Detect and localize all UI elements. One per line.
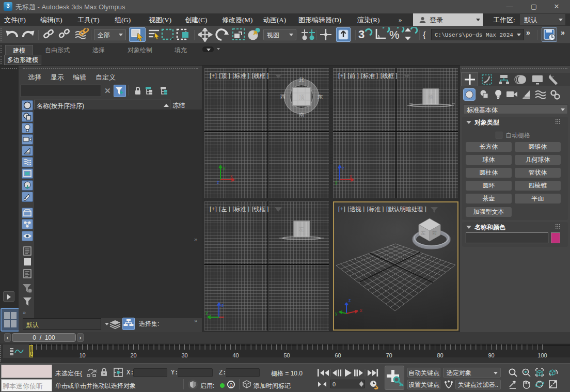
svg-text:y: y	[335, 180, 338, 185]
svg-text:z: z	[217, 180, 219, 185]
svg-text:y: y	[205, 310, 208, 315]
svg-text:60: 60	[335, 352, 341, 358]
svg-text:90: 90	[488, 352, 494, 358]
svg-text:东: 东	[318, 93, 323, 100]
svg-text:10: 10	[79, 352, 85, 358]
svg-text:100: 100	[537, 352, 547, 358]
svg-text:x: x	[350, 174, 352, 179]
svg-text:南: 南	[299, 112, 305, 118]
svg-text:z: z	[342, 165, 345, 170]
svg-text:北: 北	[298, 76, 305, 83]
svg-text:70: 70	[386, 352, 392, 358]
svg-text:前: 前	[428, 94, 433, 100]
svg-text:y: y	[223, 165, 226, 170]
svg-text:80: 80	[437, 352, 443, 358]
svg-text:x: x	[230, 174, 233, 179]
svg-text:y: y	[335, 311, 338, 316]
svg-text:20: 20	[130, 352, 136, 358]
svg-text:z: z	[221, 303, 224, 308]
svg-text:3: 3	[358, 28, 365, 41]
svg-text:%: %	[389, 28, 400, 41]
svg-text:左: 左	[299, 226, 304, 232]
svg-text:z: z	[349, 297, 351, 303]
svg-text:前: 前	[432, 230, 437, 236]
svg-text:30: 30	[181, 352, 187, 358]
svg-text:顶: 顶	[299, 94, 305, 100]
svg-text:40: 40	[232, 352, 239, 358]
svg-text:50: 50	[283, 352, 290, 358]
svg-text:左: 左	[421, 230, 425, 236]
svg-text:西: 西	[280, 93, 286, 100]
svg-text:x: x	[360, 308, 362, 313]
